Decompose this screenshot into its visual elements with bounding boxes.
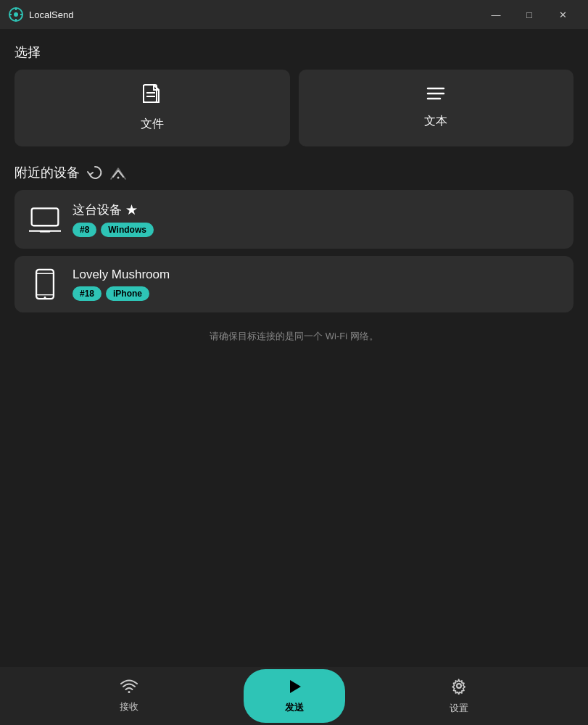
device-this-tags: #8 Windows <box>73 223 154 237</box>
bottom-bar: 接收 发送 设置 <box>0 667 588 725</box>
maximize-button[interactable]: □ <box>513 0 546 29</box>
device-card-this[interactable]: 这台设备 ★ #8 Windows <box>15 190 573 249</box>
svg-point-20 <box>128 691 130 693</box>
refresh-icon[interactable] <box>87 165 103 181</box>
title-bar: LocalSend — □ ✕ <box>0 0 588 29</box>
select-buttons-row: 文件 文本 <box>15 70 573 146</box>
receive-nav-item[interactable]: 接收 <box>15 679 244 713</box>
text-button-label: 文本 <box>424 114 447 129</box>
svg-rect-15 <box>40 231 51 232</box>
text-icon <box>426 84 446 108</box>
send-fab[interactable]: 发送 <box>244 669 345 723</box>
app-icon <box>9 7 23 22</box>
wifi-hint-text: 请确保目标连接的是同一个 Wi-Fi 网络。 <box>15 330 573 343</box>
device-mushroom-tag-os: iPhone <box>106 286 149 301</box>
svg-point-1 <box>14 12 18 17</box>
device-mushroom-info: Lovely Mushroom #18 iPhone <box>73 268 170 301</box>
settings-nav-item[interactable]: 设置 <box>345 677 574 715</box>
svg-point-22 <box>457 684 461 688</box>
file-button[interactable]: 文件 <box>15 70 290 146</box>
settings-gear-icon <box>450 677 468 699</box>
svg-marker-21 <box>290 680 301 693</box>
close-button[interactable]: ✕ <box>546 0 579 29</box>
window-controls: — □ ✕ <box>479 0 579 29</box>
device-card-mushroom[interactable]: Lovely Mushroom #18 iPhone <box>15 256 573 312</box>
svg-rect-13 <box>32 208 59 225</box>
receive-label: 接收 <box>120 700 138 713</box>
svg-point-19 <box>44 297 46 299</box>
device-this-tag-id: #8 <box>73 223 96 237</box>
radar-icon[interactable] <box>110 165 126 181</box>
text-button[interactable]: 文本 <box>299 70 574 146</box>
app-title: LocalSend <box>29 9 479 20</box>
file-icon <box>142 84 162 111</box>
laptop-icon <box>29 207 61 233</box>
device-this-name: 这台设备 ★ <box>73 202 154 218</box>
main-content: 选择 文件 <box>0 29 588 667</box>
settings-label: 设置 <box>450 702 468 715</box>
device-this-tag-os: Windows <box>101 223 154 237</box>
receive-wifi-icon <box>120 679 138 697</box>
send-play-icon <box>286 678 303 700</box>
device-mushroom-name: Lovely Mushroom <box>73 268 170 282</box>
send-label: 发送 <box>285 701 304 714</box>
minimize-button[interactable]: — <box>479 0 513 29</box>
device-mushroom-tag-id: #18 <box>73 286 102 301</box>
svg-point-12 <box>117 177 120 179</box>
device-list: 这台设备 ★ #8 Windows Lovely Mushroom <box>15 190 573 312</box>
file-button-label: 文件 <box>141 117 164 132</box>
device-mushroom-tags: #18 iPhone <box>73 286 170 301</box>
nearby-header: 附近的设备 <box>15 164 573 181</box>
device-this-info: 这台设备 ★ #8 Windows <box>73 202 154 237</box>
nearby-title: 附近的设备 <box>15 164 80 181</box>
phone-icon <box>29 268 61 300</box>
select-label: 选择 <box>15 44 573 61</box>
